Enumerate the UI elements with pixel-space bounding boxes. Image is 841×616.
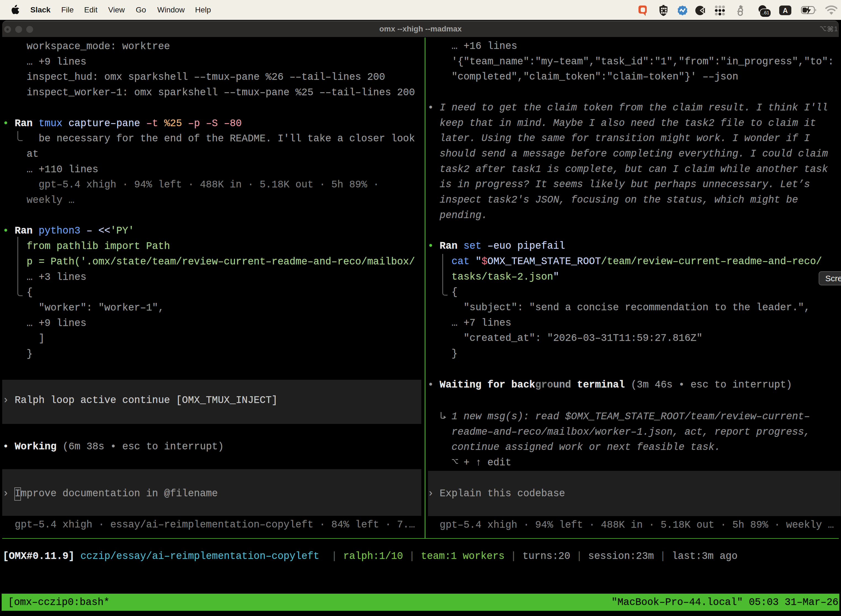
svg-text:1: 1 — [834, 25, 838, 32]
